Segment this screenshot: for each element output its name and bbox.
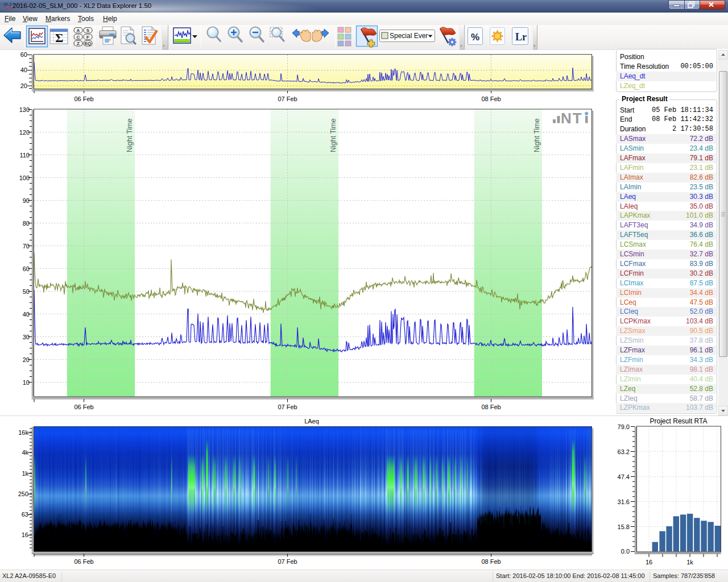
svg-text:20: 20 <box>20 82 27 89</box>
svg-text:20: 20 <box>23 356 30 363</box>
svg-text:07 Feb: 07 Feb <box>278 95 297 102</box>
svg-text:47.4: 47.4 <box>618 473 630 480</box>
svg-text:60: 60 <box>23 265 30 272</box>
svg-text:Night Time: Night Time <box>126 118 134 152</box>
svg-text:16: 16 <box>22 531 28 538</box>
svg-text:120: 120 <box>19 129 30 136</box>
svg-text:70: 70 <box>23 243 30 250</box>
svg-text:06 Feb: 06 Feb <box>74 95 93 102</box>
svg-text:NT: NT <box>561 110 583 127</box>
svg-text:30: 30 <box>23 334 30 340</box>
svg-text:07 Feb: 07 Feb <box>278 404 297 410</box>
svg-text:63: 63 <box>22 511 28 518</box>
svg-text:16k: 16k <box>18 429 28 436</box>
svg-text:16: 16 <box>646 559 652 566</box>
svg-text:1k: 1k <box>686 559 693 566</box>
svg-text:80: 80 <box>23 220 30 227</box>
svg-text:110: 110 <box>19 152 30 159</box>
svg-text:40: 40 <box>20 66 27 73</box>
svg-text:10: 10 <box>23 379 30 386</box>
svg-text:08 Feb: 08 Feb <box>481 558 500 565</box>
svg-text:1k: 1k <box>22 470 28 477</box>
svg-text:90: 90 <box>23 197 30 204</box>
svg-text:0.0: 0.0 <box>621 548 630 555</box>
svg-text:06 Feb: 06 Feb <box>74 404 93 410</box>
svg-text:08 Feb: 08 Feb <box>481 404 500 410</box>
svg-text:Night Time: Night Time <box>533 118 541 152</box>
svg-text:LAeq: LAeq <box>304 418 319 425</box>
svg-text:250: 250 <box>18 490 28 497</box>
svg-text:15.8: 15.8 <box>618 523 630 530</box>
svg-text:06 Feb: 06 Feb <box>74 558 93 565</box>
svg-text:Night Time: Night Time <box>329 118 337 152</box>
svg-text:63.2: 63.2 <box>618 448 630 455</box>
svg-text:60: 60 <box>20 51 27 58</box>
svg-text:08 Feb: 08 Feb <box>481 95 500 102</box>
svg-text:4k: 4k <box>22 449 28 456</box>
svg-text:31.6: 31.6 <box>618 498 630 505</box>
svg-text:50: 50 <box>23 288 30 295</box>
svg-text:130: 130 <box>19 106 30 113</box>
svg-text:07 Feb: 07 Feb <box>278 558 297 565</box>
svg-text:40: 40 <box>23 311 30 318</box>
svg-text:100: 100 <box>19 174 30 181</box>
svg-text:79.0: 79.0 <box>618 423 630 430</box>
svg-text:Project Result RTA: Project Result RTA <box>650 417 708 425</box>
